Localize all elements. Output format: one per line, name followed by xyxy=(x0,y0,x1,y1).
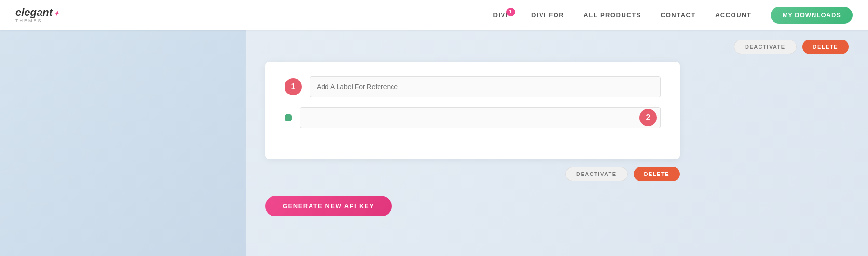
logo-themes: themes xyxy=(15,18,42,23)
actions-top: DEACTIVATE DELETE xyxy=(265,40,849,54)
nav-item-contact[interactable]: CONTACT xyxy=(661,12,696,19)
delete-button-bottom[interactable]: DELETE xyxy=(634,167,680,181)
api-key-row: 2 xyxy=(285,107,661,128)
nav-item-all-products[interactable]: ALL PRODUCTS xyxy=(583,12,641,19)
deactivate-button-top[interactable]: DEACTIVATE xyxy=(734,40,797,54)
deactivate-button-bottom[interactable]: DEACTIVATE xyxy=(565,167,628,181)
api-key-input[interactable] xyxy=(300,107,661,128)
nav-item-account[interactable]: ACCOUNT xyxy=(715,12,752,19)
logo: elegant✦ themes xyxy=(15,7,59,23)
label-row: 1 xyxy=(285,76,661,97)
api-key-input-wrapper: 2 xyxy=(300,107,661,128)
delete-button-top[interactable]: DELETE xyxy=(802,40,849,54)
main-content: DEACTIVATE DELETE 1 2 DEACTIVATE DELETE xyxy=(246,30,868,256)
step-badge-2: 2 xyxy=(639,109,657,126)
logo-star-icon: ✦ xyxy=(54,10,59,17)
logo-text: elegant✦ xyxy=(15,7,59,18)
active-status-dot xyxy=(285,114,292,121)
header: elegant✦ themes DIVI 1 DIVI FOR ALL PROD… xyxy=(0,0,868,30)
left-panel xyxy=(0,30,246,256)
actions-bottom: DEACTIVATE DELETE xyxy=(265,167,680,181)
divi-badge: 1 xyxy=(506,8,515,16)
label-input[interactable] xyxy=(310,76,661,97)
api-key-card: 1 2 xyxy=(265,62,680,159)
nav-item-divi[interactable]: DIVI 1 xyxy=(493,12,508,19)
main-nav: DIVI 1 DIVI FOR ALL PRODUCTS CONTACT ACC… xyxy=(493,7,853,24)
generate-api-key-button[interactable]: GENERATE NEW API KEY xyxy=(265,196,392,216)
page-body: DEACTIVATE DELETE 1 2 DEACTIVATE DELETE xyxy=(0,30,868,256)
nav-item-divi-for[interactable]: DIVI FOR xyxy=(531,12,564,19)
my-downloads-button[interactable]: MY DOWNLOADS xyxy=(771,7,853,24)
step-badge-1: 1 xyxy=(285,78,302,95)
